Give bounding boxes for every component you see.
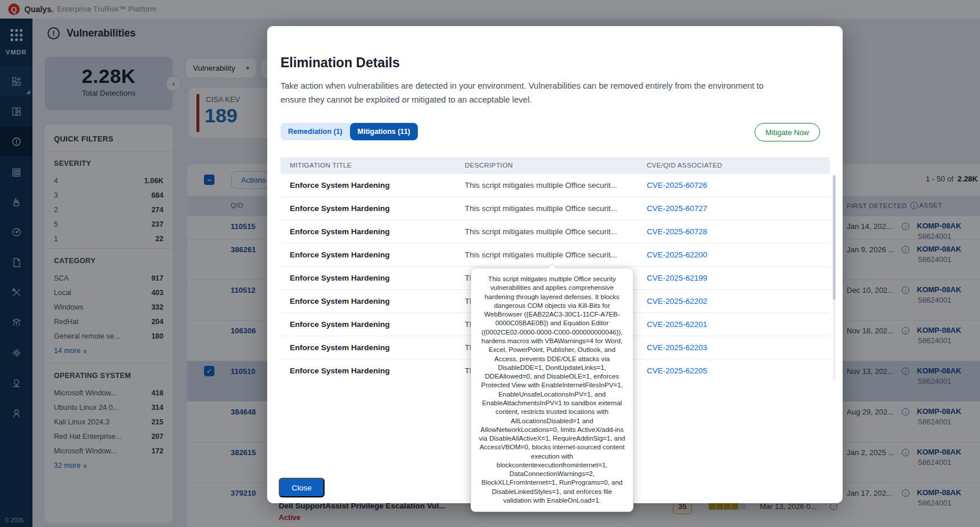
mitigation-title: Enforce System Hardening [290, 227, 390, 236]
modal-tabs: Remediation (1)Mitigations (11) [280, 123, 418, 140]
modal-table-scrollbar[interactable] [833, 175, 836, 380]
modal-description: Take action when vulnerabilities are det… [280, 79, 792, 107]
tab-remediation-1[interactable]: Remediation (1) [280, 123, 350, 140]
mitigation-description: This script mitigates multiple Office se… [465, 204, 617, 213]
mitigation-title: Enforce System Hardening [290, 250, 390, 259]
mitigation-row[interactable]: Enforce System HardeningThis script miti… [280, 174, 830, 197]
scrollbar-thumb[interactable] [833, 175, 836, 300]
mitigation-row[interactable]: Enforce System HardeningThis script miti… [280, 220, 830, 243]
mitigation-title: Enforce System Hardening [290, 343, 390, 352]
mitigation-title: Enforce System Hardening [290, 320, 390, 329]
mitigation-title: Enforce System Hardening [290, 297, 390, 306]
cve-link[interactable]: CVE-2025-60728 [647, 227, 707, 236]
cve-link[interactable]: CVE-2025-62199 [647, 274, 707, 282]
cve-link[interactable]: CVE-2025-62202 [647, 297, 707, 306]
cve-link[interactable]: CVE-2025-60727 [647, 204, 707, 213]
cve-link[interactable]: CVE-2025-60726 [647, 181, 707, 190]
mitigation-title: Enforce System Hardening [290, 181, 390, 190]
description-tooltip: This script mitigates multiple Office se… [471, 268, 633, 512]
cve-qid-column-header: CVE/QID ASSOCIATED [647, 162, 722, 169]
tab-mitigations-11[interactable]: Mitigations (11) [350, 123, 418, 140]
close-button[interactable]: Close [279, 478, 325, 497]
mitigation-description: This script mitigates multiple Office se… [465, 227, 617, 236]
mitigation-title: Enforce System Hardening [290, 366, 390, 375]
mitigate-now-button[interactable]: Mitigate Now [755, 123, 820, 141]
mitigations-table-header: MITIGATION TITLE DESCRIPTION CVE/QID ASS… [280, 157, 830, 174]
mitigation-row[interactable]: Enforce System HardeningThis script miti… [280, 243, 830, 267]
modal-title: Elimination Details [280, 55, 400, 71]
cve-link[interactable]: CVE-2025-62201 [647, 320, 707, 329]
mitigation-title: Enforce System Hardening [290, 204, 390, 213]
cve-link[interactable]: CVE-2025-62200 [647, 250, 707, 259]
mitigation-title-column-header: MITIGATION TITLE [290, 162, 352, 169]
mitigation-description: This script mitigates multiple Office se… [465, 181, 617, 190]
mitigation-description: This script mitigates multiple Office se… [465, 250, 617, 259]
mitigation-title: Enforce System Hardening [290, 274, 390, 282]
description-column-header: DESCRIPTION [465, 162, 513, 169]
mitigation-row[interactable]: Enforce System HardeningThis script miti… [280, 197, 830, 220]
cve-link[interactable]: CVE-2025-62203 [647, 343, 707, 352]
cve-link[interactable]: CVE-2025-62205 [647, 366, 707, 375]
